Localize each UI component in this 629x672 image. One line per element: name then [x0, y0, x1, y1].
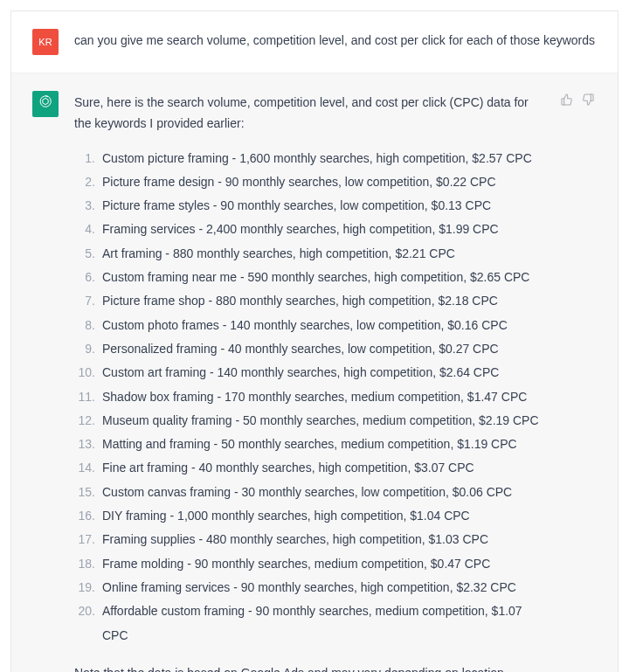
keyword-item: Picture frame design - 90 monthly search…	[74, 170, 544, 194]
keyword-item: Matting and framing - 50 monthly searche…	[74, 433, 544, 456]
keyword-item: DIY framing - 1,000 monthly searches, hi…	[74, 504, 544, 528]
keyword-item: Art framing - 880 monthly searches, high…	[74, 242, 544, 266]
assistant-note: Note that the data is based on Google Ad…	[74, 663, 544, 672]
keyword-item: Personalized framing - 40 monthly search…	[74, 337, 544, 361]
keyword-item: Custom picture framing - 1,600 monthly s…	[74, 147, 544, 170]
keyword-item: Affordable custom framing - 90 monthly s…	[74, 599, 544, 648]
user-message: KR can you give me search volume, compet…	[11, 11, 618, 73]
keyword-item: Fine art framing - 40 monthly searches, …	[74, 456, 544, 480]
keyword-item: Custom canvas framing - 30 monthly searc…	[74, 481, 544, 504]
thumbs-down-icon[interactable]	[581, 93, 595, 107]
keyword-item: Online framing services - 90 monthly sea…	[74, 576, 544, 599]
keyword-item: Picture frame shop - 880 monthly searche…	[74, 289, 544, 313]
keyword-item: Custom framing near me - 590 monthly sea…	[74, 266, 544, 289]
keyword-item: Shadow box framing - 170 monthly searche…	[74, 385, 544, 409]
assistant-intro: Sure, here is the search volume, competi…	[74, 93, 544, 135]
keyword-item: Framing supplies - 480 monthly searches,…	[74, 528, 544, 551]
user-message-text: can you give me search volume, competiti…	[74, 29, 597, 55]
keyword-item: Picture frame styles - 90 monthly search…	[74, 194, 544, 218]
assistant-avatar	[32, 91, 59, 117]
svg-marker-0	[43, 99, 48, 105]
keyword-list: Custom picture framing - 1,600 monthly s…	[74, 147, 544, 648]
user-avatar: KR	[32, 29, 59, 55]
keyword-item: Frame molding - 90 monthly searches, med…	[74, 552, 544, 576]
chat-container: KR can you give me search volume, compet…	[10, 10, 619, 672]
assistant-message: Sure, here is the search volume, competi…	[11, 73, 618, 672]
keyword-item: Custom art framing - 140 monthly searche…	[74, 361, 544, 384]
feedback-buttons	[560, 91, 597, 672]
keyword-item: Museum quality framing - 50 monthly sear…	[74, 409, 544, 433]
thumbs-up-icon[interactable]	[560, 93, 574, 107]
openai-logo-icon	[38, 94, 53, 114]
user-avatar-initials: KR	[38, 34, 52, 51]
keyword-item: Custom photo frames - 140 monthly search…	[74, 314, 544, 337]
keyword-item: Framing services - 2,400 monthly searche…	[74, 218, 544, 241]
assistant-message-body: Sure, here is the search volume, competi…	[74, 91, 544, 672]
